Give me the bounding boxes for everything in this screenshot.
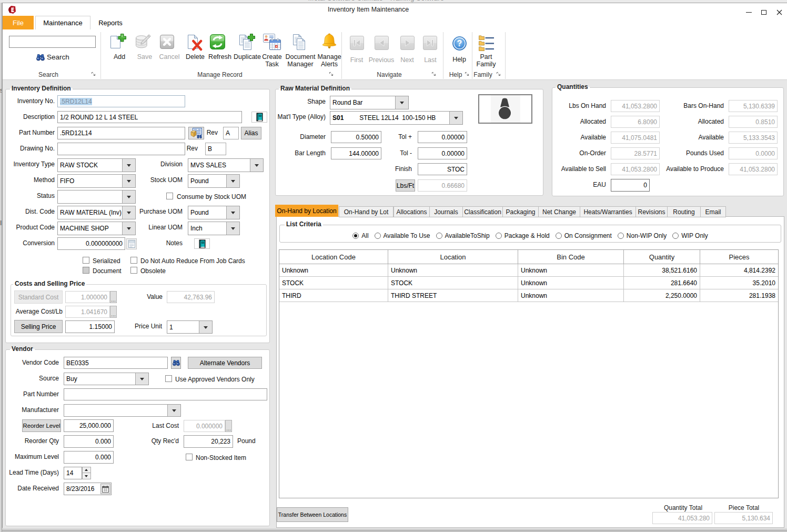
svg-text:?: ? xyxy=(457,39,462,48)
